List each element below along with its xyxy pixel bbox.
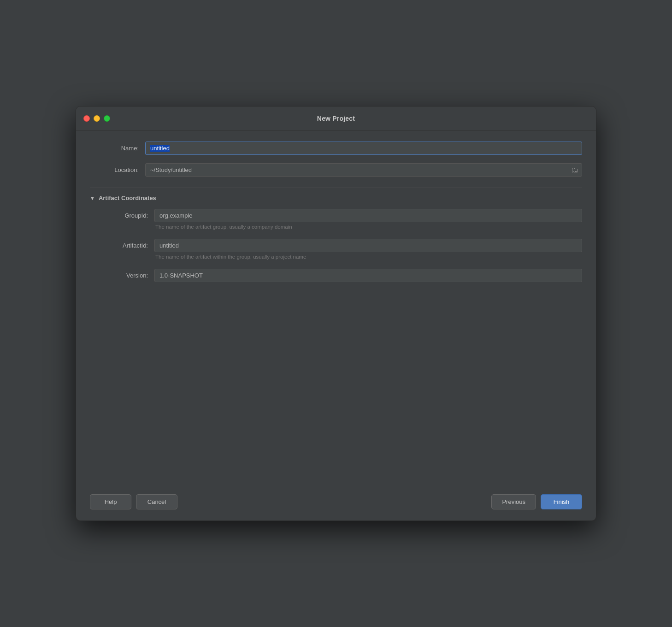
help-button[interactable]: Help bbox=[90, 494, 131, 509]
main-content: Name: Location: 🗂 ▼ Artifact Coordinates… bbox=[76, 130, 596, 487]
location-row: Location: 🗂 bbox=[90, 163, 582, 177]
version-input[interactable] bbox=[154, 269, 582, 282]
artifact-id-input[interactable] bbox=[154, 239, 582, 252]
name-label: Name: bbox=[90, 145, 145, 152]
cancel-button[interactable]: Cancel bbox=[136, 494, 177, 509]
footer-left-buttons: Help Cancel bbox=[90, 494, 177, 509]
version-input-wrapper bbox=[154, 269, 582, 284]
previous-button[interactable]: Previous bbox=[491, 494, 536, 509]
location-input-wrapper: 🗂 bbox=[145, 163, 582, 177]
version-row: Version: bbox=[90, 269, 582, 284]
version-label: Version: bbox=[99, 269, 154, 279]
group-id-input[interactable] bbox=[154, 209, 582, 222]
artifact-id-row: ArtifactId: The name of the artifact wit… bbox=[90, 239, 582, 266]
artifact-coordinates-section: ▼ Artifact Coordinates GroupId: The name… bbox=[90, 195, 582, 287]
group-id-label: GroupId: bbox=[99, 209, 154, 219]
location-label: Location: bbox=[90, 166, 145, 173]
group-id-row: GroupId: The name of the artifact group,… bbox=[90, 209, 582, 236]
group-id-hint: The name of the artifact group, usually … bbox=[154, 224, 582, 230]
traffic-lights bbox=[83, 115, 110, 122]
browse-folder-icon[interactable]: 🗂 bbox=[571, 166, 578, 174]
chevron-down-icon: ▼ bbox=[90, 195, 95, 201]
name-row: Name: bbox=[90, 142, 582, 155]
section-divider bbox=[90, 188, 582, 188]
finish-button[interactable]: Finish bbox=[541, 494, 582, 509]
artifact-section-title: Artifact Coordinates bbox=[99, 195, 156, 201]
name-input-wrapper bbox=[145, 142, 582, 155]
minimize-button[interactable] bbox=[94, 115, 100, 122]
maximize-button[interactable] bbox=[104, 115, 110, 122]
location-input[interactable] bbox=[145, 163, 582, 177]
artifact-id-input-wrapper: The name of the artifact within the grou… bbox=[154, 239, 582, 266]
window-title: New Project bbox=[317, 115, 355, 122]
title-bar: New Project bbox=[76, 106, 596, 130]
content-spacer bbox=[90, 287, 582, 476]
name-input[interactable] bbox=[145, 142, 582, 155]
footer: Help Cancel Previous Finish bbox=[76, 487, 596, 521]
artifact-id-label: ArtifactId: bbox=[99, 239, 154, 249]
footer-right-buttons: Previous Finish bbox=[491, 494, 582, 509]
group-id-input-wrapper: The name of the artifact group, usually … bbox=[154, 209, 582, 236]
artifact-id-hint: The name of the artifact within the grou… bbox=[154, 254, 582, 260]
close-button[interactable] bbox=[83, 115, 90, 122]
new-project-window: New Project Name: Location: 🗂 ▼ Artifact… bbox=[76, 106, 596, 521]
artifact-section-header[interactable]: ▼ Artifact Coordinates bbox=[90, 195, 582, 201]
